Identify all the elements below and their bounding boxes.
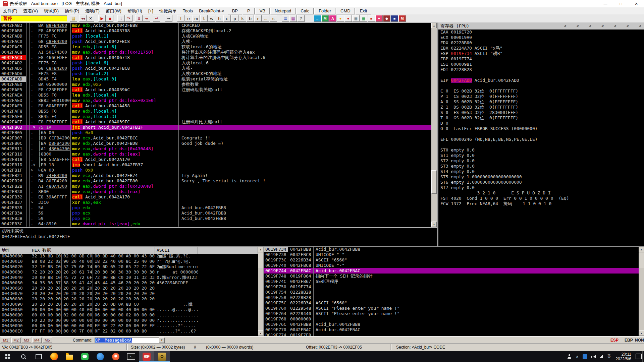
disasm-row[interactable]: 0042FADA.FF75 F8push [local.2]入栈CRACKED的…	[0, 71, 431, 76]
register-line[interactable]: S 0 FS 0053 32位 283000(FFF)	[438, 110, 644, 115]
chevron-left-icon[interactable]: <	[627, 24, 629, 28]
disasm-row[interactable]: 0042FB16.│8B00mov eax,dword ptr ds:[eax]	[0, 152, 431, 157]
volume-icon[interactable]	[592, 355, 596, 358]
macro-tab-m1[interactable]: M1	[1, 338, 10, 343]
menu-item-[interactable]: [+]	[145, 8, 156, 14]
register-line[interactable]: Z 1 DS 002B 32位 0(FFFFFFFF)	[438, 105, 644, 110]
macro-tab-m4[interactable]: M4	[32, 338, 42, 343]
disasm-row[interactable]: 0042FB03.∨75 1Ajnz short Acid_bur.0042FB…	[0, 125, 431, 130]
menu-item-t[interactable]: 选项(T)	[82, 8, 103, 14]
plugin-m-icon[interactable]: M	[321, 15, 329, 22]
disasm-row[interactable]: 0042FAB8.E8 4B3CFDFFcall Acid_bur.004037…	[0, 28, 431, 34]
memory-button[interactable]: m	[193, 15, 200, 22]
scroll-down-icon[interactable]: ▼	[258, 330, 263, 336]
scroll-thumb[interactable]	[258, 253, 263, 268]
disasm-row[interactable]: 0042FAFE.E8 F93EFDFFcall Acid_bur.004039…	[0, 119, 431, 125]
macro-tab-m5[interactable]: M5	[43, 338, 52, 343]
orange-app-icon[interactable]	[108, 351, 123, 362]
disassembly-scrollbar[interactable]: ▲ ▼	[431, 23, 437, 227]
dump-row[interactable]: 0043007020 20 20 2020 20 20 2020 20 20 2…	[0, 291, 258, 296]
disasm-row[interactable]: 0042FAD5.68 C8FB4200push Acid_bur.0042FB…	[0, 66, 431, 71]
disasm-row[interactable]: 0042FAE0.BA 05000000mov edx,0x5参数数量	[0, 82, 431, 87]
disasm-row[interactable]: 0042FAE5.E8 C23EFDFFcall Acid_bur.004039…	[0, 87, 431, 93]
browser-app-icon[interactable]	[93, 351, 108, 362]
menu-item-v[interactable]: 查看(V)	[20, 8, 41, 14]
close-button[interactable]: ✕	[629, 0, 644, 7]
log-window-button[interactable]: l	[177, 15, 184, 22]
register-line[interactable]	[438, 83, 644, 88]
disasm-row[interactable]: 0042FB1F>↳6A 00push 0x0	[0, 168, 431, 173]
messenger-app-icon[interactable]	[77, 351, 93, 362]
menu-item-h[interactable]: 帮助(H)	[124, 8, 145, 14]
stack-row[interactable]: 0019F76002229548ASCII "Please enter your…	[264, 306, 639, 311]
column-header-ascii[interactable]: ASCII	[155, 247, 198, 254]
dump-row[interactable]: 0043008020 20 20 2020 20 20 2020 20 20 2…	[0, 296, 258, 302]
disasm-row[interactable]: 0042FB07.│B9 CCFB4200mov ecx,Acid_bur.00…	[0, 135, 431, 141]
macro-tab-m3[interactable]: M3	[22, 338, 31, 343]
disasm-row[interactable]: 0042FB11.│A1 480A4300mov eax,dword ptr d…	[0, 146, 431, 152]
windows-button[interactable]: w	[208, 15, 215, 22]
stack-row[interactable]: 0019F74C0042FB67SE处理程序	[264, 279, 639, 284]
command-dropdown-icon[interactable]: ▼	[159, 338, 165, 343]
menu-item-p[interactable]: 插件(P)	[62, 8, 82, 14]
trace-over-icon[interactable]: ↠	[143, 15, 150, 22]
dump-row[interactable]: 0043002032 1F 8B C052 75 6E 7469 6D 65 2…	[0, 264, 258, 269]
register-line[interactable]: A 0 SS 002B 32位 0(FFFFFFFF)	[438, 99, 644, 105]
menu-item-notepad[interactable]: Notepad	[270, 8, 296, 14]
stack-row[interactable]: 0019F7480019F864指向下一个 SEH 记录的指针	[264, 274, 639, 279]
task-view-icon[interactable]	[31, 351, 46, 362]
menu-item-f[interactable]: 文件(F)	[0, 8, 20, 14]
disasm-row[interactable]: 0042FB3A.59pop ecxAcid_bur.0042FBB8	[0, 210, 431, 216]
help-icon[interactable]: ?	[297, 15, 305, 22]
disasm-row[interactable]: 0042FAF3.E8 60AFFEFFcall Acid_bur.0041AA…	[0, 103, 431, 109]
stack-row[interactable]: 0019F75C02226B34ASCII "6560"	[264, 300, 639, 306]
plugin-heart-icon[interactable]: ♥	[375, 15, 383, 22]
step-over-icon[interactable]: ↷	[125, 15, 132, 22]
disasm-row[interactable]: 0042FAED.8B83 E0010000mov eax,dword ptr …	[0, 98, 431, 103]
action-center-icon[interactable]	[636, 354, 642, 359]
register-line[interactable]: ST3 empty 0.0	[438, 164, 644, 169]
restart-icon[interactable]: ◀◀	[79, 15, 87, 22]
disasm-row[interactable]: 0042FB37>33C0xor eax,eax	[0, 200, 431, 205]
console-app-icon[interactable]: >_	[123, 351, 139, 362]
disasm-row[interactable]: 0042FB0C.│BA D8FB4200mov edx,Acid_bur.00…	[0, 141, 431, 146]
handles-button[interactable]: h	[216, 15, 223, 22]
stack-row[interactable]: 0019F7440042FBACAcid_bur.0042FBAC	[264, 268, 639, 274]
menu-item-d[interactable]: 调试(D)	[41, 8, 62, 14]
file-explorer-icon[interactable]	[62, 351, 77, 362]
scroll-down-icon[interactable]: ▼	[431, 222, 437, 227]
stack-row[interactable]: 0019F7340042FBB8Acid_bur.0042FBB8	[264, 247, 639, 252]
register-line[interactable]: O 0 LastErr ERROR_SUCCESS (00000000)	[438, 126, 644, 131]
menu-item-p[interactable]: P	[243, 8, 255, 14]
register-line[interactable]: EIP 0042FADD Acid_bur.0042FADD	[438, 78, 644, 83]
dump-row[interactable]: 004300E0FF FF 00 0000 00 7F 000F 22 02 0…	[0, 328, 258, 334]
disasm-row[interactable]: 0042FB05.│6A 00push 0x0	[0, 130, 431, 135]
menu-item-tools[interactable]: Tools	[180, 8, 196, 14]
dump-row[interactable]: 0043005034 35 36 3738 39 41 4243 44 45 4…	[0, 280, 258, 286]
callstack-button[interactable]: k	[239, 15, 246, 22]
register-line[interactable]: 3 2 1 0 E S P U O Z D I	[438, 190, 644, 196]
stack-row[interactable]: 0019F7700042FBACAcid_bur.0042FBAC	[264, 327, 639, 333]
disasm-row[interactable]: 0042FB32.E8 39A6FFFFcall Acid_bur.0042A1…	[0, 194, 431, 200]
register-line[interactable]: D 0	[438, 121, 644, 126]
register-line[interactable]: ESP 0019F734 ASCII "耕B"	[438, 51, 644, 56]
clock[interactable]: 20:11 2022/6/6	[615, 352, 631, 361]
stack-row[interactable]: 0019F7380042FBC8UNICODE "-"	[264, 252, 639, 257]
register-line[interactable]: ST1 empty 0.0	[438, 153, 644, 158]
register-line[interactable]: EBP 0019F774	[438, 56, 644, 62]
disasm-row[interactable]: 0042FAFB.8B45 F4mov eax,[local.3]	[0, 114, 431, 119]
register-line[interactable]: ST4 empty 0.0	[438, 169, 644, 174]
disasm-row[interactable]: 0042FB39.5Apop edxAcid_bur.0042FBB8	[0, 205, 431, 210]
dump-row[interactable]: 0043006020 20 20 2020 20 20 2020 20 20 2…	[0, 286, 258, 291]
disasm-row[interactable]: 0042FACD.E8 466CFDFFcall Acid_bur.004067…	[0, 55, 431, 60]
stack-row[interactable]: 0019F7400042FBC8UNICODE "-"	[264, 263, 639, 268]
plugin-a-icon[interactable]: A	[329, 15, 336, 22]
stack-row[interactable]: 0019F76402228440ASCII "Please enter your…	[264, 311, 639, 316]
trace-into-icon[interactable]: ⇊	[135, 15, 143, 22]
tray-app-icon[interactable]	[583, 354, 587, 359]
register-line[interactable]: EDX 02228B00	[438, 40, 644, 46]
until-return-icon[interactable]: ↵	[153, 15, 160, 22]
scroll-down-icon[interactable]: ▼	[639, 330, 644, 336]
start-button[interactable]	[0, 351, 15, 362]
dump-row[interactable]: 0043009020 20 20 2020 20 20 2020 20 0D 0…	[0, 302, 258, 307]
